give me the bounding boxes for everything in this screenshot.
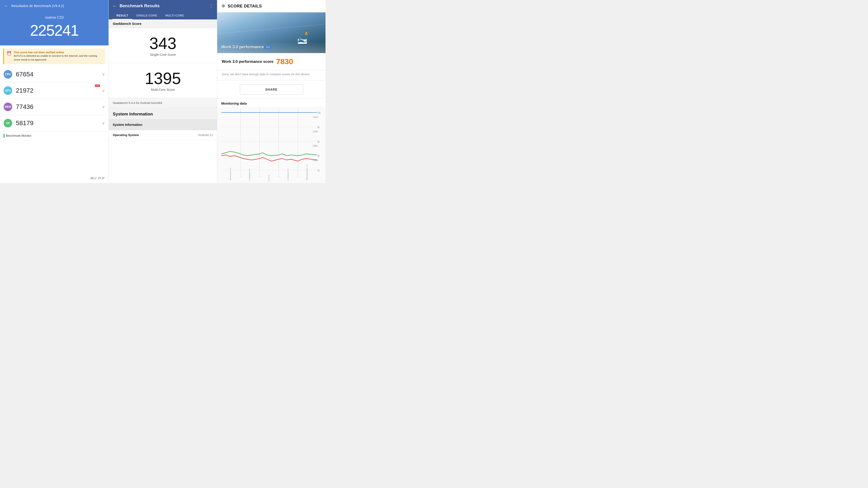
svg-text:0.4GHz: 0.4GHz <box>313 159 318 162</box>
ux-score: 58179 <box>16 120 102 127</box>
antutu-panel: ← Resultados de Benchmark (V9.4.2) realm… <box>0 0 108 183</box>
score-main-block: Work 3.0 performance score 7830 <box>217 53 326 70</box>
metric-row-cpu[interactable]: CPU 67654 ∨ <box>0 66 108 83</box>
svg-text:40: 40 <box>318 154 320 158</box>
skier-person: 🧍 <box>303 31 310 37</box>
score-chart-area: 100 80 60 40 20 1.6GHz 1.2GHz 0.8GHz 0.4… <box>217 107 326 183</box>
metric-row-gpu[interactable]: GPU 21972 Lite ∨ <box>0 83 108 99</box>
gb-sys-info-header: System Information <box>109 108 217 120</box>
benchmark-monitor-label: Benchmark Monitor <box>6 134 31 137</box>
gb-single-core-block: 343 Single-Core Score <box>109 28 217 63</box>
gpu-live-badge: Lite <box>95 85 100 87</box>
svg-text:Web Browsing 3.0: Web Browsing 3.0 <box>230 167 231 181</box>
antutu-back-icon[interactable]: ← <box>4 3 8 8</box>
score-details-panel: ❄ SCORE DETAILS 🎿 🧍 Work 3.0 performance… <box>217 0 326 183</box>
gb-sys-os-row: Operating System Android 12 <box>109 130 217 140</box>
antutu-temps: 38,1° 37,9° <box>0 175 108 183</box>
svg-text:60: 60 <box>318 140 320 143</box>
gb-sys-os-key: Operating System <box>113 133 139 137</box>
tab-single-core[interactable]: SINGLE-CORE <box>132 12 161 20</box>
mem-chevron-icon: ∨ <box>102 104 105 109</box>
svg-text:Photo Editing 3.0: Photo Editing 3.0 <box>287 168 289 181</box>
score-main-label: Work 3.0 performance score <box>222 59 273 64</box>
gb-header-left: ← Benchmark Results <box>112 3 160 8</box>
antutu-warning-body: AnTuTu is detected as unable to connect … <box>14 54 103 62</box>
footer-bar-decoration <box>4 134 4 138</box>
gpu-badge: GPU <box>4 86 12 95</box>
antutu-footer: Benchmark Monitor <box>4 134 105 138</box>
svg-text:0.8GHz: 0.8GHz <box>313 144 318 147</box>
gb-multi-core-block: 1395 Multi-Core Score <box>109 63 217 98</box>
ux-badge: UX <box>4 119 12 127</box>
svg-text:80: 80 <box>318 125 320 129</box>
score-compare-text: Sorry, we don't have enough data to comp… <box>217 70 326 80</box>
metric-row-ux[interactable]: UX 58179 ∨ <box>0 115 108 131</box>
geekbench-panel: ← Benchmark Results ⋮ RESULT SINGLE-CORE… <box>108 0 217 183</box>
gb-sys-info-active-label: System Information <box>113 123 143 127</box>
cpu-badge: CPU <box>4 70 12 78</box>
antutu-hero: realme C33 225241 <box>0 11 108 45</box>
antutu-warning-content: This score has not been verified online … <box>14 51 103 62</box>
antutu-total-score: 225241 <box>30 22 79 39</box>
svg-text:1.2GHz: 1.2GHz <box>313 130 318 133</box>
gb-back-icon[interactable]: ← <box>112 3 117 8</box>
svg-text:1.6GHz: 1.6GHz <box>313 116 318 119</box>
gb-title: Benchmark Results <box>120 3 160 8</box>
gb-sys-os-val: Android 12 <box>198 133 213 137</box>
gb-single-core-label: Single-Core Score <box>150 53 176 57</box>
score-main-value: 7830 <box>276 57 293 66</box>
svg-text:100: 100 <box>318 111 320 115</box>
svg-text:20: 20 <box>318 168 320 172</box>
svg-text:Writing 3.0: Writing 3.0 <box>268 175 270 181</box>
gb-single-core-score: 343 <box>149 35 176 52</box>
antutu-warning-box: ⏰ This score has not been verified onlin… <box>3 48 105 64</box>
antutu-warning-icon: ⏰ <box>6 51 11 56</box>
gpu-chevron-icon: ∨ <box>102 88 105 93</box>
gb-multi-core-label: Multi-Core Score <box>151 88 175 92</box>
monitoring-chart: 100 80 60 40 20 1.6GHz 1.2GHz 0.8GHz 0.4… <box>221 109 321 181</box>
gb-version-line: Geekbench 5.4.4 for Android AArch64 <box>109 98 217 108</box>
antutu-header-title: Resultados de Benchmark (V9.4.2) <box>11 4 64 8</box>
snowflake-icon: ❄ <box>221 3 225 9</box>
antutu-warning-title: This score has not been verified online <box>14 51 103 54</box>
tab-multi-core[interactable]: MULTI-CORE <box>161 12 188 20</box>
gb-section-header: Geekbench Score <box>109 20 217 28</box>
gb-sys-info-active-row[interactable]: System Information <box>109 120 217 130</box>
score-hero-label: Work 3.0 performance <box>221 45 264 50</box>
cpu-chevron-icon: ∨ <box>102 72 105 77</box>
gb-multi-core-score: 1395 <box>145 70 181 87</box>
gb-header: ← Benchmark Results ⋮ <box>109 0 217 12</box>
svg-text:Video Editing 3.0: Video Editing 3.0 <box>249 168 250 181</box>
gb-menu-icon[interactable]: ⋮ <box>209 3 213 8</box>
score-hero-image: 🎿 🧍 Work 3.0 performance 3.0 <box>217 12 326 53</box>
cpu-score: 67654 <box>16 71 102 78</box>
mem-badge: MEM <box>4 103 12 111</box>
tab-result[interactable]: RESULT <box>112 12 132 20</box>
score-hero-sublabel: 3.0 <box>265 45 271 49</box>
mem-score: 77436 <box>16 103 102 110</box>
antutu-device-name: realme C33 <box>45 15 64 20</box>
share-button[interactable]: SHARE <box>240 85 303 94</box>
svg-text:Data Manipulation 3.0: Data Manipulation 3.0 <box>306 164 308 181</box>
score-details-header: ❄ SCORE DETAILS <box>217 0 326 12</box>
gpu-score: 21972 <box>16 87 102 94</box>
score-details-title: SCORE DETAILS <box>228 4 262 8</box>
antutu-header: ← Resultados de Benchmark (V9.4.2) <box>0 0 108 11</box>
ux-chevron-icon: ∨ <box>102 121 105 126</box>
metric-row-mem[interactable]: MEM 77436 ∨ <box>0 99 108 115</box>
gb-tabs: RESULT SINGLE-CORE MULTI-CORE <box>109 12 217 20</box>
monitoring-data-header: Monitoring data <box>217 98 326 107</box>
